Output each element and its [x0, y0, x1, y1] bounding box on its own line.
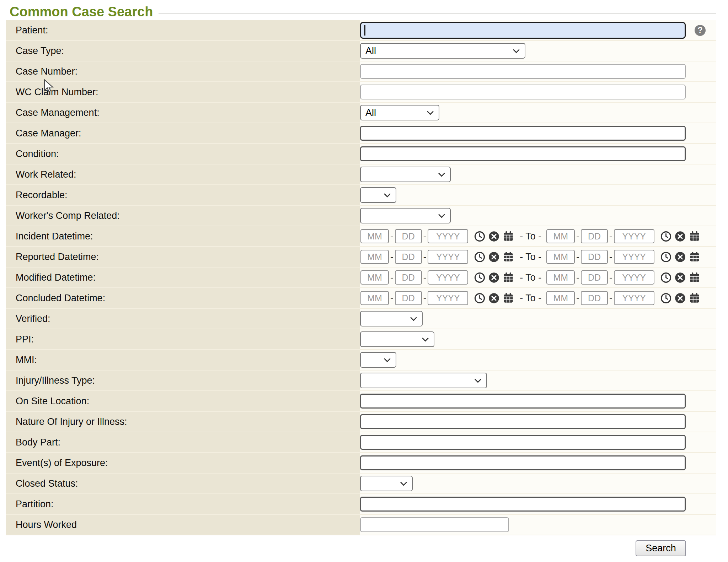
case-management-select[interactable]: All [360, 105, 439, 120]
partition-input[interactable] [360, 497, 686, 512]
reported-from-time-button[interactable] [474, 252, 485, 263]
recordable-select[interactable] [360, 187, 396, 203]
concluded-to-time-button[interactable] [660, 293, 671, 304]
modified-from-dd-input[interactable] [395, 270, 422, 285]
condition-input[interactable] [360, 146, 686, 161]
form-row-workers-comp-related: Worker's Comp Related: [6, 206, 716, 226]
field-label: Partition: [6, 494, 360, 514]
modified-to-clear-button[interactable] [675, 272, 686, 283]
reported-to-time-button[interactable] [660, 252, 671, 263]
reported-to-clear-button[interactable] [675, 252, 686, 263]
verified-select[interactable] [360, 311, 423, 326]
incident-to-mm-input[interactable] [546, 229, 575, 243]
field-label: Case Type: [6, 41, 360, 61]
field-label: Recordable: [6, 185, 360, 205]
incident-to-calendar-button[interactable] [689, 231, 700, 242]
concluded-from-time-button[interactable] [474, 293, 485, 304]
field-label: Case Number: [6, 61, 360, 81]
workers-comp-related-select[interactable] [360, 208, 451, 223]
case-manager-input[interactable] [360, 126, 686, 141]
incident-to-time-button[interactable] [660, 231, 671, 242]
incident-from-calendar-button[interactable] [503, 231, 514, 242]
modified-to-calendar-button[interactable] [689, 272, 700, 283]
reported-to-mm-input[interactable] [546, 250, 575, 264]
help-icon[interactable]: ? [695, 25, 706, 36]
injury-illness-type-select[interactable] [360, 373, 487, 388]
date-range-to-label: - To - [520, 293, 541, 304]
reported-from-clear-button[interactable] [488, 252, 499, 263]
hours-worked-input[interactable] [360, 517, 509, 532]
reported-to-yyyy-input[interactable] [614, 250, 654, 264]
date-separator: - [390, 293, 394, 304]
clock-icon [474, 231, 485, 242]
patient-input[interactable] [360, 22, 686, 39]
incident-from-yyyy-input[interactable] [428, 229, 468, 243]
clock-icon [660, 252, 671, 263]
ppi-select[interactable] [360, 331, 434, 347]
form-row-verified: Verified: [6, 309, 716, 329]
closed-status-select[interactable] [360, 476, 413, 491]
modified-to-mm-input[interactable] [546, 270, 575, 285]
reported-from-calendar-button[interactable] [503, 251, 514, 263]
concluded-to-dd-input[interactable] [581, 291, 608, 305]
concluded-from-calendar-button[interactable] [503, 292, 514, 304]
concluded-from-dd-input[interactable] [395, 291, 422, 305]
concluded-to-calendar-button[interactable] [689, 292, 700, 304]
clock-icon [474, 252, 485, 263]
modified-to-yyyy-input[interactable] [614, 270, 654, 285]
incident-to-yyyy-input[interactable] [614, 229, 654, 243]
wc-claim-number-input[interactable] [360, 85, 686, 99]
concluded-to-yyyy-input[interactable] [614, 291, 654, 305]
page-title: Common Case Search [10, 4, 153, 20]
search-button[interactable]: Search [636, 540, 686, 556]
modified-to-time-button[interactable] [660, 272, 671, 283]
chevron-down-icon [384, 193, 391, 198]
concluded-to-clear-button[interactable] [675, 293, 686, 304]
on-site-location-input[interactable] [360, 394, 686, 409]
case-type-select[interactable]: All [360, 43, 525, 59]
modified-from-yyyy-input[interactable] [428, 270, 468, 285]
case-number-input[interactable] [360, 64, 686, 79]
form-row-closed-status: Closed Status: [6, 474, 716, 494]
form-row-injury-illness-type: Injury/Illness Type: [6, 371, 716, 391]
form-row-on-site-location: On Site Location: [6, 391, 716, 412]
concluded-from-mm-input[interactable] [360, 291, 389, 305]
reported-from-yyyy-input[interactable] [428, 250, 468, 264]
modified-from-mm-input[interactable] [360, 270, 389, 285]
incident-from-dd-input[interactable] [395, 229, 422, 243]
clock-icon [474, 272, 485, 283]
chevron-down-icon [410, 317, 417, 321]
reported-to-dd-input[interactable] [581, 250, 608, 264]
field-label: On Site Location: [6, 391, 360, 411]
calendar-icon [503, 251, 514, 263]
incident-from-clear-button[interactable] [488, 231, 499, 242]
calendar-icon [503, 292, 514, 304]
events-of-exposure-input[interactable] [360, 455, 686, 470]
work-related-select[interactable] [360, 167, 451, 182]
modified-from-time-button[interactable] [474, 272, 485, 283]
clock-icon [660, 293, 671, 304]
modified-from-calendar-button[interactable] [503, 272, 514, 283]
field-label: Hours Worked [6, 515, 360, 535]
incident-from-time-button[interactable] [474, 231, 485, 242]
concluded-from-clear-button[interactable] [488, 293, 499, 304]
concluded-from-yyyy-input[interactable] [428, 291, 468, 305]
clear-circle-icon [675, 293, 686, 304]
field-label: PPI: [6, 329, 360, 349]
incident-from-mm-input[interactable] [360, 229, 389, 243]
field-label: Case Manager: [6, 123, 360, 143]
reported-to-calendar-button[interactable] [689, 251, 700, 263]
concluded-to-mm-input[interactable] [546, 291, 575, 305]
modified-from-clear-button[interactable] [488, 272, 499, 283]
incident-to-clear-button[interactable] [675, 231, 686, 242]
footer: Search [6, 540, 716, 556]
mouse-cursor [42, 79, 54, 93]
nature-of-injury-input[interactable] [360, 414, 686, 429]
modified-to-dd-input[interactable] [581, 270, 608, 285]
mmi-select[interactable] [360, 352, 396, 368]
reported-from-mm-input[interactable] [360, 250, 389, 264]
reported-from-dd-input[interactable] [395, 250, 422, 264]
body-part-input[interactable] [360, 435, 686, 450]
form-row-events-of-exposure: Event(s) of Exposure: [6, 453, 716, 474]
incident-to-dd-input[interactable] [581, 229, 608, 243]
